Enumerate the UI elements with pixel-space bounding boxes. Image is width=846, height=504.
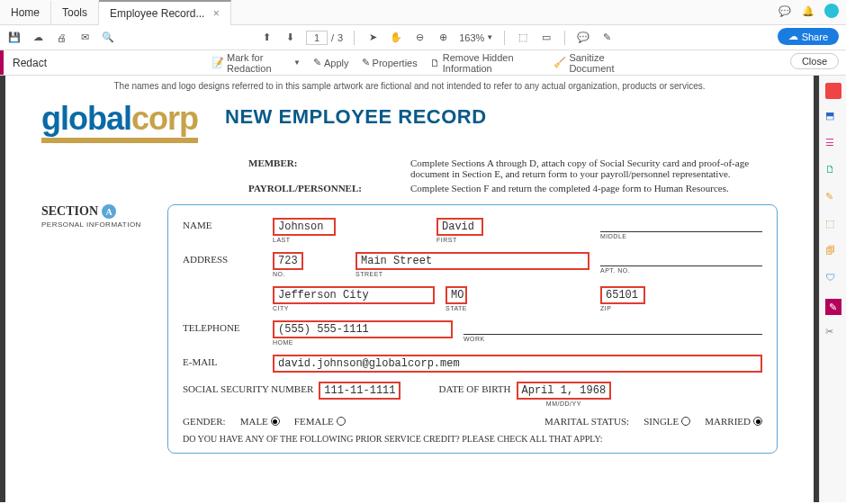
hand-icon[interactable]: ✋ bbox=[389, 31, 403, 45]
remove-hidden-button[interactable]: 🗋 Remove Hidden Information bbox=[430, 52, 542, 74]
mail-icon[interactable]: ✉ bbox=[77, 31, 92, 45]
radio-checked-icon bbox=[271, 417, 280, 426]
section-badge: A bbox=[102, 204, 116, 219]
payroll-label: PAYROLL/PERSONNEL: bbox=[248, 183, 392, 194]
section-subtitle: PERSONAL INFORMATION bbox=[41, 220, 158, 229]
close-tab-icon[interactable]: × bbox=[213, 7, 220, 20]
protect-tool-icon[interactable]: 🛡 bbox=[825, 272, 842, 288]
apply-button[interactable]: ✎ Apply bbox=[313, 57, 349, 68]
addr-no-value[interactable]: 723 bbox=[273, 252, 303, 270]
payroll-text: Complete Section F and return the comple… bbox=[410, 183, 778, 194]
redact-title: Redact bbox=[13, 57, 47, 69]
edit-tool-icon[interactable]: ☰ bbox=[825, 137, 842, 153]
tab-home[interactable]: Home bbox=[0, 1, 51, 24]
search-icon[interactable]: 🔍 bbox=[101, 31, 115, 45]
comment-icon[interactable]: 💬 bbox=[576, 31, 590, 45]
right-tool-rail: ⬒ ☰ 🗋 ✎ ⬚ 🗐 🛡 ✎ ✂ bbox=[819, 76, 846, 502]
gender-male-option[interactable]: MALE bbox=[240, 416, 280, 427]
bell-icon[interactable]: 🔔 bbox=[801, 4, 815, 18]
zoom-in-icon[interactable]: ⊕ bbox=[436, 31, 450, 45]
sanitize-button[interactable]: 🧹 Sanitize Document bbox=[554, 52, 634, 74]
export-tool-icon[interactable]: ⬒ bbox=[825, 110, 842, 126]
pointer-icon[interactable]: ➤ bbox=[365, 31, 380, 45]
page-total: 3 bbox=[338, 32, 343, 43]
name-last-value[interactable]: Johnson bbox=[273, 218, 336, 236]
marital-label: MARITAL STATUS: bbox=[544, 416, 629, 427]
document-viewport[interactable]: The names and logo designs referred to i… bbox=[5, 76, 814, 502]
mark-for-redaction-button[interactable]: 📝 Mark for Redaction ▼ bbox=[212, 52, 301, 74]
ssn-value[interactable]: 111-11-1111 bbox=[319, 382, 400, 400]
save-icon[interactable]: 💾 bbox=[7, 31, 22, 45]
gender-female-option[interactable]: FEMALE bbox=[294, 416, 346, 427]
addr-street-value[interactable]: Main Street bbox=[356, 252, 590, 270]
cloud-icon[interactable]: ☁ bbox=[31, 31, 45, 45]
close-redact-button[interactable]: Close bbox=[790, 53, 839, 69]
fit-width-icon[interactable]: ⬚ bbox=[516, 31, 530, 45]
combine-tool-icon[interactable]: ⬚ bbox=[825, 218, 842, 234]
marital-married-option[interactable]: MARRIED bbox=[705, 416, 762, 427]
page-indicator: 1 / 3 bbox=[306, 31, 343, 45]
form-section-a: NAME Johnson LAST David FIRST bbox=[167, 204, 778, 454]
tel-work-field[interactable] bbox=[464, 320, 762, 335]
company-logo: globalcorp bbox=[41, 100, 198, 143]
member-label: MEMBER: bbox=[248, 158, 392, 179]
marital-single-option[interactable]: SINGLE bbox=[644, 416, 690, 427]
print-icon[interactable]: 🖨 bbox=[54, 31, 68, 45]
main-area: The names and logo designs referred to i… bbox=[0, 76, 846, 502]
fill-sign-tool-icon[interactable]: 🗐 bbox=[825, 245, 842, 261]
more-tools-icon[interactable]: ✂ bbox=[825, 326, 842, 342]
document-title: NEW EMPLOYEE RECORD bbox=[225, 105, 487, 129]
zoom-out-icon[interactable]: ⊖ bbox=[412, 31, 427, 45]
member-text: Complete Sections A through D, attach co… bbox=[410, 158, 778, 179]
addr-state-value[interactable]: MO bbox=[446, 286, 467, 304]
organize-tool-icon[interactable]: 🗋 bbox=[825, 164, 842, 180]
ssn-label: SOCIAL SECURITY NUMBER bbox=[183, 382, 313, 394]
down-arrow-icon[interactable]: ⬇ bbox=[283, 31, 297, 45]
main-toolbar: 💾 ☁ 🖨 ✉ 🔍 ⬆ ⬇ 1 / 3 ➤ ✋ ⊖ ⊕ 163% ▼ ⬚ ▭ 💬… bbox=[0, 25, 846, 50]
email-label: E-MAIL bbox=[183, 355, 273, 367]
sign-icon[interactable]: ✎ bbox=[599, 31, 614, 45]
radio-icon bbox=[337, 417, 346, 426]
addr-city-value[interactable]: Jefferson City bbox=[273, 286, 435, 304]
chat-icon[interactable]: 💬 bbox=[778, 4, 792, 18]
pdf-tool-icon[interactable] bbox=[825, 83, 842, 99]
redact-tool-icon[interactable]: ✎ bbox=[825, 299, 842, 315]
radio-icon bbox=[681, 417, 690, 426]
tel-home-value[interactable]: (555) 555-1111 bbox=[273, 320, 453, 338]
redact-toolbar: Redact 📝 Mark for Redaction ▼ ✎ Apply ✎ … bbox=[0, 50, 846, 76]
dob-value[interactable]: April 1, 1968 bbox=[517, 382, 612, 400]
share-icon: ☁ bbox=[788, 31, 798, 42]
gender-label: GENDER: bbox=[183, 416, 226, 427]
name-first-value[interactable]: David bbox=[436, 218, 483, 236]
disclaimer-text: The names and logo designs referred to i… bbox=[5, 76, 814, 100]
email-value[interactable]: david.johnson@globalcorp.mem bbox=[273, 355, 762, 373]
prior-service-question: DO YOU HAVE ANY OF THE FOLLOWING PRIOR S… bbox=[183, 434, 762, 444]
addr-zip-value[interactable]: 65101 bbox=[600, 286, 645, 304]
addr-apt-field[interactable] bbox=[600, 252, 762, 266]
tab-document[interactable]: Employee Record... × bbox=[99, 0, 231, 25]
zoom-level[interactable]: 163% ▼ bbox=[459, 32, 493, 43]
name-middle-field[interactable] bbox=[600, 218, 762, 232]
dob-label: DATE OF BIRTH bbox=[438, 382, 510, 394]
up-arrow-icon[interactable]: ⬆ bbox=[259, 31, 274, 45]
app-tabs-bar: Home Tools Employee Record... × 💬 🔔 bbox=[0, 0, 846, 25]
share-button[interactable]: ☁ Share bbox=[778, 28, 839, 45]
name-label: NAME bbox=[183, 218, 273, 230]
telephone-label: TELEPHONE bbox=[183, 320, 273, 333]
address-label: ADDRESS bbox=[183, 252, 273, 265]
tab-document-label: Employee Record... bbox=[110, 7, 204, 20]
avatar[interactable] bbox=[824, 4, 839, 18]
comment-tool-icon[interactable]: ✎ bbox=[825, 191, 842, 207]
page-current[interactable]: 1 bbox=[306, 31, 328, 45]
radio-checked-icon bbox=[753, 417, 762, 426]
properties-button[interactable]: ✎ Properties bbox=[362, 57, 418, 68]
fit-page-icon[interactable]: ▭ bbox=[539, 31, 554, 45]
tab-tools[interactable]: Tools bbox=[51, 1, 99, 24]
section-heading: SECTION A bbox=[41, 204, 158, 219]
